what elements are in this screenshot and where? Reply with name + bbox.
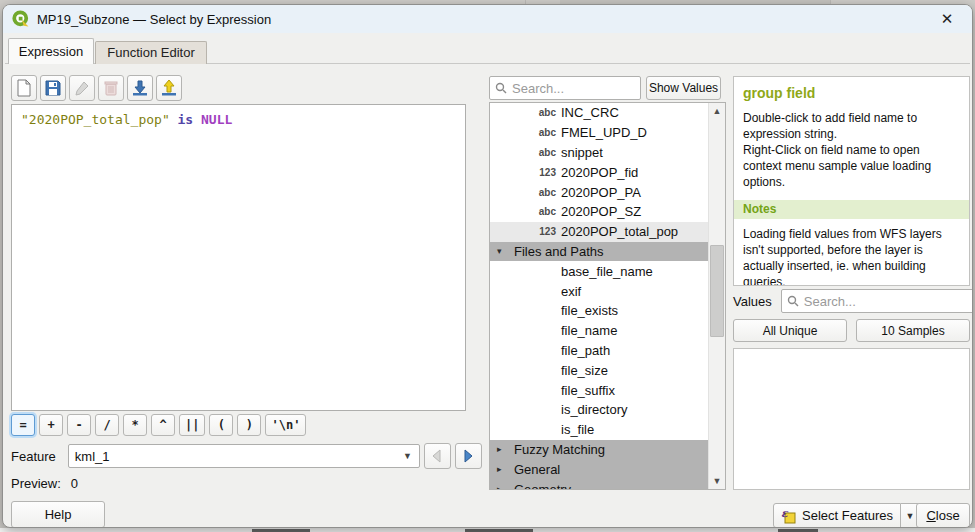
operator-button-^[interactable]: ^ [151, 414, 175, 436]
tree-item-2020POP_fid[interactable]: 1232020POP_fid [490, 162, 708, 182]
show-values-button[interactable]: Show Values [646, 76, 721, 100]
tree-item-2020POP_SZ[interactable]: abc2020POP_SZ [490, 202, 708, 222]
tree-label: file_size [561, 363, 608, 378]
function-help-panel: group field Double-click to add field na… [733, 76, 970, 286]
expand-caret-icon[interactable]: ▸ [497, 444, 514, 454]
tree-item-file_path[interactable]: file_path [490, 341, 708, 361]
expand-caret-icon[interactable]: ▸ [497, 484, 514, 490]
export-expression-button[interactable] [156, 75, 182, 101]
tree-label: 2020POP_PA [561, 185, 641, 200]
expression-token [170, 112, 178, 127]
tab-function-editor[interactable]: Function Editor [95, 41, 207, 64]
expand-caret-icon[interactable]: ▸ [497, 464, 514, 474]
tree-item-2020POP_total_pop[interactable]: 1232020POP_total_pop [490, 222, 708, 242]
tree-item-file_name[interactable]: file_name [490, 321, 708, 341]
operator-button-([interactable]: ( [209, 414, 233, 436]
tree-label: file_path [561, 343, 610, 358]
tree-label: General [514, 462, 560, 477]
new-expression-button[interactable] [11, 75, 37, 101]
operator-button-/[interactable]: / [95, 414, 119, 436]
window-title: MP19_Subzone — Select by Expression [37, 12, 271, 27]
next-arrow-icon [461, 449, 475, 463]
tree-label: 2020POP_SZ [561, 204, 641, 219]
tree-item-2020POP_PA[interactable]: abc2020POP_PA [490, 182, 708, 202]
scroll-up-icon[interactable]: ▲ [709, 103, 725, 119]
import-down-arrow-icon [132, 80, 148, 96]
tree-label: exif [561, 284, 581, 299]
tree-item-FMEL_UPD_D[interactable]: abcFMEL_UPD_D [490, 123, 708, 143]
next-feature-button[interactable] [455, 443, 482, 469]
tree-item-INC_CRC[interactable]: abcINC_CRC [490, 103, 708, 123]
string-field-icon: abc [534, 187, 556, 198]
tree-group-Files and Paths[interactable]: ▾Files and Paths [490, 242, 725, 262]
function-search-box [489, 76, 641, 100]
collapse-caret-icon[interactable]: ▾ [497, 246, 514, 256]
operator-button-*[interactable]: * [123, 414, 147, 436]
new-file-icon [16, 79, 32, 97]
values-list[interactable] [733, 348, 970, 490]
values-search-input[interactable] [804, 294, 973, 309]
search-icon [495, 82, 507, 94]
window-close-button[interactable]: ✕ [937, 9, 957, 29]
select-features-split-button: ε Select Features ▼ [773, 503, 920, 528]
operator-button--[interactable]: - [67, 414, 91, 436]
operator-button-)[interactable]: ) [237, 414, 261, 436]
tab-expression[interactable]: Expression [8, 38, 94, 64]
select-features-icon: ε [781, 508, 797, 524]
tree-item-file_exists[interactable]: file_exists [490, 301, 708, 321]
save-expression-button[interactable] [40, 75, 66, 101]
help-text-line: Double-click to add field name to expres… [743, 111, 960, 143]
tree-item-file_suffix[interactable]: file_suffix [490, 380, 708, 400]
tree-group-Fuzzy Matching[interactable]: ▸Fuzzy Matching [490, 440, 725, 460]
tree-item-is_file[interactable]: is_file [490, 420, 708, 440]
function-tree-scrollbar[interactable]: ▲ ▼ [708, 103, 725, 489]
tree-item-base_file_name[interactable]: base_file_name [490, 261, 708, 281]
select-features-button[interactable]: ε Select Features [773, 503, 901, 528]
help-button[interactable]: Help [11, 501, 105, 528]
tree-item-is_directory[interactable]: is_directory [490, 400, 708, 420]
edit-expression-button[interactable] [69, 75, 95, 101]
values-row: Values [733, 289, 970, 313]
tree-label: base_file_name [561, 264, 653, 279]
previous-feature-button[interactable] [424, 443, 451, 469]
delete-expression-button[interactable] [98, 75, 124, 101]
tree-group-General[interactable]: ▸General [490, 459, 725, 479]
function-search-input[interactable] [512, 81, 635, 96]
operator-button-=[interactable]: = [11, 414, 35, 436]
function-tree: abcINC_CRCabcFMEL_UPD_Dabcsnippet1232020… [490, 103, 708, 490]
values-buttons-row: All Unique 10 Samples [733, 319, 970, 342]
tree-group-Geometry[interactable]: ▸Geometry [490, 479, 725, 490]
function-tree-panel: abcINC_CRCabcFMEL_UPD_Dabcsnippet1232020… [489, 102, 726, 490]
all-unique-button[interactable]: All Unique [733, 319, 847, 342]
expression-token: NULL [201, 112, 232, 127]
pencil-icon [74, 80, 90, 96]
operator-button-'\n'[interactable]: '\n' [265, 414, 306, 436]
import-expression-button[interactable] [127, 75, 153, 101]
tree-item-exif[interactable]: exif [490, 281, 708, 301]
operator-button-||[interactable]: || [179, 414, 205, 436]
tree-label: file_exists [561, 303, 618, 318]
export-up-arrow-icon [161, 80, 177, 96]
samples-button[interactable]: 10 Samples [856, 319, 970, 342]
tree-item-snippet[interactable]: abcsnippet [490, 143, 708, 163]
tree-label: 2020POP_total_pop [561, 224, 678, 239]
expression-toolbar [11, 75, 182, 101]
tree-label: file_name [561, 323, 617, 338]
tree-label: is_file [561, 422, 594, 437]
select-features-label: Select Features [802, 508, 893, 523]
scroll-down-icon[interactable]: ▼ [709, 473, 725, 489]
notes-text: Loading field values from WFS layers isn… [743, 227, 960, 286]
tree-label: FMEL_UPD_D [561, 125, 647, 140]
string-field-icon: abc [534, 206, 556, 217]
tree-label: file_suffix [561, 383, 615, 398]
tree-label: INC_CRC [561, 105, 619, 120]
tree-item-file_size[interactable]: file_size [490, 360, 708, 380]
operator-button-+[interactable]: + [39, 414, 63, 436]
expression-text-editor[interactable]: "2020POP_total_pop" is NULL [11, 104, 466, 411]
scrollbar-thumb[interactable] [710, 245, 724, 337]
titlebar[interactable]: MP19_Subzone — Select by Expression ✕ [3, 5, 972, 33]
close-button[interactable]: Close [916, 503, 970, 528]
string-field-icon: abc [534, 127, 556, 138]
feature-combobox[interactable]: kml_1 ▼ [68, 444, 420, 468]
tree-label: Files and Paths [514, 244, 604, 259]
